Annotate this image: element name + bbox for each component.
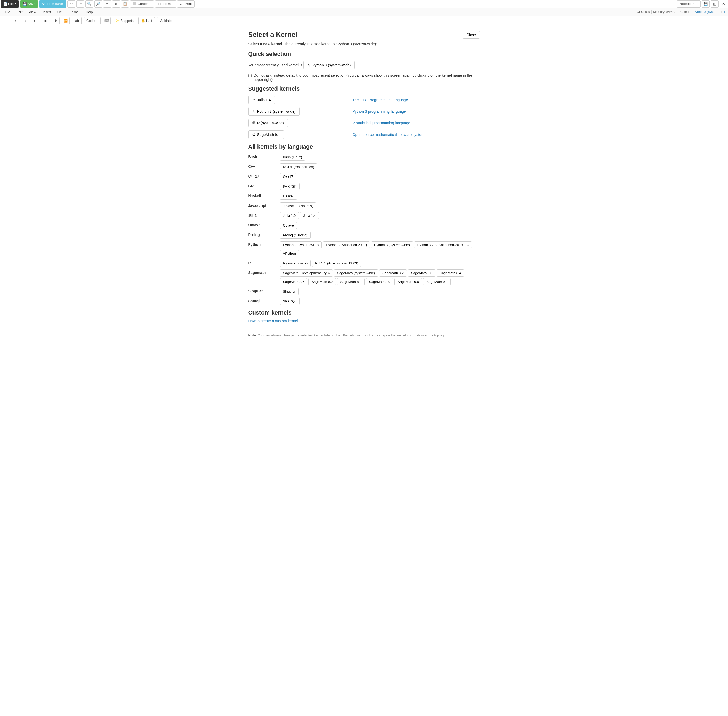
undo-button[interactable]: ↶ bbox=[67, 0, 75, 8]
suggested-kernel-button[interactable]: ⚕Python 3 (system-wide) bbox=[248, 107, 300, 116]
kernel-button[interactable]: SageMath 8.2 bbox=[379, 270, 407, 277]
save-button[interactable]: 💾Save bbox=[20, 0, 38, 8]
kernel-button[interactable]: SageMath 8.4 bbox=[436, 270, 464, 277]
kernel-button[interactable]: Prolog (Calysto) bbox=[280, 232, 311, 239]
kernel-button[interactable]: PARI/GP bbox=[280, 183, 300, 190]
kernel-button[interactable]: SageMath (Development, Py3) bbox=[280, 270, 333, 277]
print-icon: 🖨 bbox=[180, 2, 183, 6]
arrow-down-icon: ↓ bbox=[25, 19, 27, 23]
close-panel-button[interactable]: Close bbox=[463, 31, 480, 39]
redo-icon: ↷ bbox=[79, 2, 82, 6]
move-up-button[interactable]: ↑ bbox=[12, 17, 20, 24]
suggested-heading: Suggested kernels bbox=[248, 85, 480, 92]
menu-view[interactable]: View bbox=[26, 9, 39, 15]
recent-kernel-button[interactable]: ⚕Python 3 (system-wide) bbox=[303, 61, 355, 69]
kernel-button[interactable]: Javascript (Node.js) bbox=[280, 202, 316, 209]
suggested-kernel-link[interactable]: The Julia Programming Language bbox=[353, 98, 480, 102]
language-name: R bbox=[248, 259, 280, 268]
zoom-in-button[interactable]: 🔎 bbox=[94, 0, 102, 8]
kernel-indicator[interactable]: Python 3 (syste… bbox=[690, 10, 726, 14]
menu-file[interactable]: File bbox=[2, 9, 14, 15]
language-name: Javascript bbox=[248, 202, 280, 210]
kernel-button[interactable]: Julia 1.4 bbox=[300, 212, 319, 219]
kernel-button[interactable]: Python 3.7.3 (Anaconda-2019.03) bbox=[414, 241, 472, 249]
kernel-button[interactable]: SageMath 9.1 bbox=[423, 278, 451, 285]
copy-button[interactable]: ⧉ bbox=[112, 0, 120, 8]
suggested-row: ⚕Python 3 (system-wide)Python 3 programm… bbox=[248, 106, 480, 117]
kernel-button[interactable]: SageMath 8.3 bbox=[408, 270, 436, 277]
kernel-button[interactable]: Python 3 (Anaconda 2019) bbox=[323, 241, 370, 249]
redo-button[interactable]: ↷ bbox=[76, 0, 84, 8]
print-button[interactable]: 🖨Print bbox=[177, 0, 195, 8]
kernel-button[interactable]: SageMath 8.7 bbox=[308, 278, 336, 285]
kernel-button[interactable]: Python 2 (system-wide) bbox=[280, 241, 322, 249]
save-icon-button[interactable]: 💾 bbox=[702, 0, 710, 8]
run-button[interactable]: ⏭ bbox=[32, 17, 39, 24]
keyboard-button[interactable]: ⌨ bbox=[103, 17, 110, 24]
run-all-button[interactable]: ⏩ bbox=[62, 17, 70, 24]
menu-cell[interactable]: Cell bbox=[54, 9, 67, 15]
kernel-button[interactable]: Octave bbox=[280, 222, 297, 229]
cut-button[interactable]: ✂ bbox=[103, 0, 111, 8]
suggested-kernel-button[interactable]: ®R (system-wide) bbox=[248, 119, 288, 127]
kernel-button[interactable]: SPARQL bbox=[280, 298, 300, 305]
kernel-button[interactable]: SageMath 8.9 bbox=[366, 278, 394, 285]
language-name: C++ bbox=[248, 162, 280, 171]
contents-button[interactable]: ☰Contents bbox=[130, 0, 154, 8]
kernel-button[interactable]: R (system-wide) bbox=[280, 260, 311, 267]
menu-help[interactable]: Help bbox=[83, 9, 96, 15]
kernel-button[interactable]: Julia 1.0 bbox=[280, 212, 299, 219]
kernel-button[interactable]: Haskell bbox=[280, 193, 298, 200]
kernel-button[interactable]: VPython bbox=[280, 250, 299, 257]
default-kernel-checkbox[interactable] bbox=[248, 74, 252, 77]
close-button[interactable]: ✕ bbox=[720, 0, 728, 8]
kernel-button[interactable]: Singular bbox=[280, 288, 299, 295]
notebook-dropdown[interactable]: Notebook⌄ bbox=[677, 0, 701, 8]
validate-button[interactable]: Validate bbox=[157, 17, 174, 24]
stop-button[interactable]: ■ bbox=[42, 17, 50, 24]
magic-icon: ✨ bbox=[115, 19, 119, 23]
custom-kernel-link[interactable]: How to create a custom kernel... bbox=[248, 319, 480, 323]
kernel-button[interactable]: SageMath 9.0 bbox=[394, 278, 422, 285]
halt-button[interactable]: ✋Halt bbox=[138, 17, 155, 24]
menu-edit[interactable]: Edit bbox=[14, 9, 26, 15]
add-cell-button[interactable]: ＋ bbox=[2, 17, 9, 24]
menu-insert[interactable]: Insert bbox=[39, 9, 54, 15]
cell-type-dropdown[interactable]: Code⌄ bbox=[84, 17, 101, 24]
kernel-button[interactable]: SageMath (system-wide) bbox=[334, 270, 378, 277]
undo-icon: ↶ bbox=[70, 2, 73, 6]
zoom-out-button[interactable]: 🔍 bbox=[85, 0, 93, 8]
kernel-button[interactable]: Python 3 (system-wide) bbox=[371, 241, 413, 249]
menu-kernel[interactable]: Kernel bbox=[67, 9, 83, 15]
file-dropdown[interactable]: 📄File▾ bbox=[0, 0, 19, 8]
kernel-button[interactable]: SageMath 8.6 bbox=[280, 278, 307, 285]
language-kernels: SPARQL bbox=[280, 297, 480, 306]
close-icon: ✕ bbox=[722, 2, 725, 6]
paste-button[interactable]: 📋 bbox=[121, 0, 129, 8]
language-kernels: Julia 1.0Julia 1.4 bbox=[280, 211, 480, 220]
suggested-kernel-button[interactable]: ✦Julia 1.4 bbox=[248, 96, 275, 104]
language-row: HaskellHaskell bbox=[248, 192, 480, 200]
move-down-button[interactable]: ↓ bbox=[21, 17, 29, 24]
kernel-button[interactable]: Bash (Linux) bbox=[280, 153, 306, 161]
top-toolbar: 📄File▾ 💾Save ↺TimeTravel ↶ ↷ 🔍 🔎 ✂ ⧉ 📋 ☰… bbox=[0, 0, 728, 8]
keyboard-icon: ⌨ bbox=[104, 19, 109, 23]
split-view-button[interactable]: ◫ bbox=[711, 0, 719, 8]
language-row: PythonPython 2 (system-wide)Python 3 (An… bbox=[248, 241, 480, 258]
suggested-kernel-link[interactable]: Open-source mathematical software system bbox=[353, 132, 480, 137]
format-button[interactable]: ⚏Format bbox=[155, 0, 176, 8]
kernel-button[interactable]: SageMath 8.8 bbox=[337, 278, 365, 285]
kernel-button[interactable]: R 3.5.1 (Anaconda-2019.03) bbox=[312, 260, 361, 267]
timetravel-button[interactable]: ↺TimeTravel bbox=[39, 0, 67, 8]
suggested-kernel-link[interactable]: Python 3 programming language bbox=[353, 109, 480, 114]
tab-button[interactable]: tab bbox=[72, 17, 82, 24]
snippets-button[interactable]: ✨Snippets bbox=[113, 17, 136, 24]
restart-button[interactable]: ↻ bbox=[51, 17, 59, 24]
suggested-kernel-link[interactable]: R statistical programming language bbox=[353, 121, 480, 125]
language-kernels: C++17 bbox=[280, 172, 480, 181]
kernel-button[interactable]: C++17 bbox=[280, 173, 297, 180]
kernel-button[interactable]: ROOT (root.cern.ch) bbox=[280, 163, 317, 170]
suggested-kernel-button[interactable]: ⚙SageMath 9.1 bbox=[248, 130, 284, 139]
refresh-icon: ↻ bbox=[54, 19, 57, 23]
zoom-in-icon: 🔎 bbox=[96, 2, 100, 6]
